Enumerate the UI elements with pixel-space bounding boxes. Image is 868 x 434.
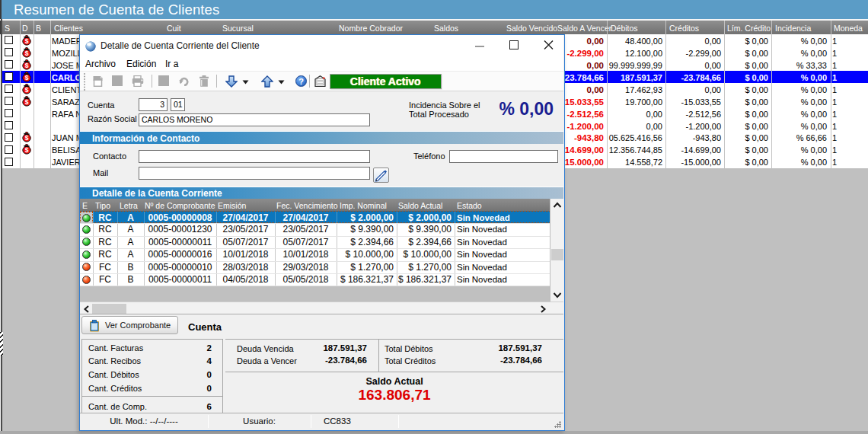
svg-text:$: $ (25, 86, 29, 94)
svg-text:$: $ (25, 37, 29, 45)
svg-text:$: $ (25, 135, 29, 142)
svg-text:$: $ (25, 62, 29, 69)
svg-text:$: $ (25, 74, 29, 81)
svg-text:$: $ (25, 49, 29, 57)
svg-text:$: $ (25, 98, 29, 106)
svg-text:$: $ (25, 147, 29, 155)
